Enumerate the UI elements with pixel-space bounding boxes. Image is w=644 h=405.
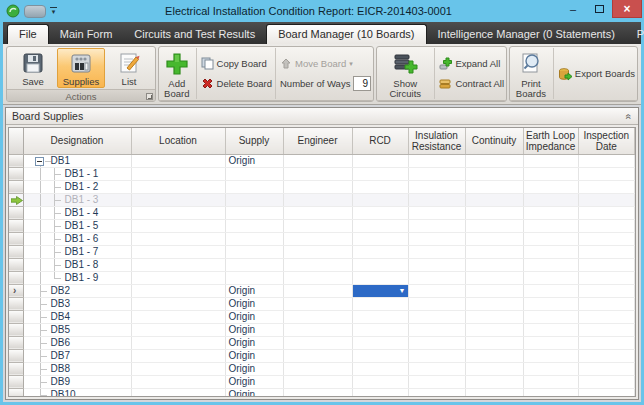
cell-supply[interactable] [225,232,283,245]
cell-supply[interactable]: Origin [225,310,283,323]
cell-supply[interactable]: Origin [225,362,283,375]
tab-board-manager[interactable]: Board Manager (10 Boards) [266,24,426,44]
save-button[interactable]: Save [9,48,57,88]
cell-earth-loop-impedance[interactable] [523,271,578,284]
cell-designation[interactable]: DB10 [23,388,131,397]
cell-earth-loop-impedance[interactable] [523,245,578,258]
cell-continuity[interactable] [465,245,523,258]
cell-engineer[interactable] [283,180,352,193]
cell-supply[interactable]: Origin [225,323,283,336]
cell-location[interactable] [131,310,225,323]
cell-continuity[interactable] [465,362,523,375]
col-earth-loop-impedance[interactable]: Earth Loop Impedance [523,128,578,154]
cell-continuity[interactable] [465,258,523,271]
cell-supply[interactable] [225,258,283,271]
cell-location[interactable] [131,219,225,232]
cell-rcd[interactable] [352,245,408,258]
qat-dropdown-icon[interactable]: ▾ [50,7,57,15]
cell-continuity[interactable] [465,232,523,245]
cell-continuity[interactable] [465,206,523,219]
cell-insulation-resistance[interactable] [408,284,465,297]
cell-continuity[interactable] [465,349,523,362]
row-indicator[interactable] [9,193,23,206]
cell-insulation-resistance[interactable] [408,349,465,362]
cell-engineer[interactable] [283,232,352,245]
cell-designation[interactable]: DB1 - 2 [23,180,131,193]
cell-inspection-date[interactable] [578,245,635,258]
cell-engineer[interactable] [283,323,352,336]
cell-supply[interactable] [225,271,283,284]
cell-earth-loop-impedance[interactable] [523,154,578,167]
cell-rcd[interactable] [352,375,408,388]
cell-continuity[interactable] [465,154,523,167]
cell-insulation-resistance[interactable] [408,219,465,232]
cell-supply[interactable] [225,167,283,180]
cell-inspection-date[interactable] [578,310,635,323]
cell-insulation-resistance[interactable] [408,232,465,245]
cell-supply[interactable] [225,180,283,193]
cell-engineer[interactable] [283,167,352,180]
cell-engineer[interactable] [283,245,352,258]
cell-earth-loop-impedance[interactable] [523,375,578,388]
tab-main-form[interactable]: Main Form [49,25,124,44]
cell-engineer[interactable] [283,154,352,167]
col-continuity[interactable]: Continuity [465,128,523,154]
cell-location[interactable] [131,206,225,219]
cell-inspection-date[interactable] [578,375,635,388]
cell-earth-loop-impedance[interactable] [523,232,578,245]
cell-supply[interactable] [225,219,283,232]
cell-insulation-resistance[interactable] [408,362,465,375]
collapse-panel-icon[interactable]: « [624,113,635,119]
row-indicator[interactable] [9,154,23,167]
cell-rcd[interactable] [352,258,408,271]
cell-earth-loop-impedance[interactable] [523,167,578,180]
cell-insulation-resistance[interactable] [408,245,465,258]
cell-insulation-resistance[interactable] [408,323,465,336]
cell-engineer[interactable] [283,336,352,349]
row-indicator[interactable] [9,362,23,375]
cell-earth-loop-impedance[interactable] [523,362,578,375]
cell-designation[interactable]: DB1 [23,154,131,167]
cell-continuity[interactable] [465,336,523,349]
cell-location[interactable] [131,284,225,297]
row-indicator[interactable] [9,258,23,271]
cell-earth-loop-impedance[interactable] [523,206,578,219]
cell-engineer[interactable] [283,206,352,219]
cell-location[interactable] [131,154,225,167]
cell-supply[interactable]: Origin [225,349,283,362]
cell-rcd[interactable] [352,193,408,206]
cell-inspection-date[interactable] [578,297,635,310]
cell-rcd[interactable] [352,349,408,362]
cell-continuity[interactable] [465,375,523,388]
cell-rcd[interactable] [352,154,408,167]
cell-earth-loop-impedance[interactable] [523,180,578,193]
cell-inspection-date[interactable] [578,271,635,284]
cell-location[interactable] [131,232,225,245]
cell-engineer[interactable] [283,284,352,297]
cell-engineer[interactable] [283,362,352,375]
cell-supply[interactable] [225,206,283,219]
cell-rcd[interactable] [352,206,408,219]
cell-earth-loop-impedance[interactable] [523,323,578,336]
cell-location[interactable] [131,336,225,349]
cell-insulation-resistance[interactable] [408,336,465,349]
cell-inspection-date[interactable] [578,206,635,219]
show-circuits-button[interactable]: Show Circuits [379,48,431,99]
collapse-expander[interactable] [35,157,44,166]
cell-rcd[interactable] [352,297,408,310]
cell-engineer[interactable] [283,193,352,206]
cell-inspection-date[interactable] [578,232,635,245]
row-indicator[interactable] [9,297,23,310]
contract-all-button[interactable]: Contract All [439,75,504,92]
row-indicator[interactable] [9,310,23,323]
cell-supply[interactable]: Origin [225,297,283,310]
cell-supply[interactable]: Origin [225,388,283,397]
row-indicator[interactable] [9,245,23,258]
row-indicator[interactable] [9,232,23,245]
cell-rcd[interactable] [352,336,408,349]
cell-location[interactable] [131,193,225,206]
cell-inspection-date[interactable] [578,336,635,349]
tab-circuits-and-test-results[interactable]: Circuits and Test Results [123,25,266,44]
cell-engineer[interactable] [283,349,352,362]
cell-supply[interactable]: Origin [225,154,283,167]
